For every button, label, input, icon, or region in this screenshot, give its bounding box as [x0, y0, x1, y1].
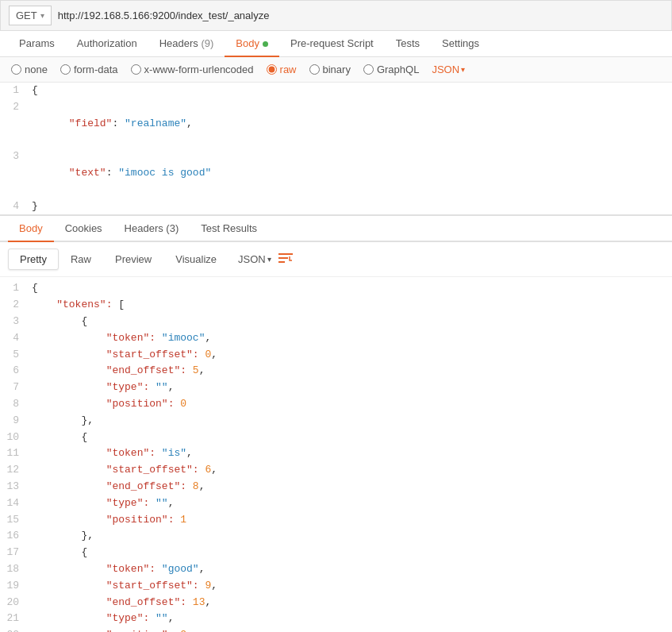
resp-tab-testresults[interactable]: Test Results [190, 216, 268, 242]
resp-tab-body-label: Body [19, 222, 43, 234]
view-tab-raw-label: Raw [71, 253, 91, 265]
resp-line-20: 20 "end_offset": 13, [0, 595, 672, 611]
resp-format-chevron-icon: ▾ [267, 255, 271, 264]
radio-urlencoded[interactable]: x-www-form-urlencoded [131, 64, 254, 75]
tab-authorization[interactable]: Authorization [66, 31, 148, 57]
response-format-select[interactable]: JSON ▾ [238, 253, 271, 265]
svg-rect-0 [278, 253, 293, 255]
resp-line-2: 2 "tokens": [ [0, 297, 672, 314]
radio-raw[interactable]: raw [267, 64, 297, 75]
tab-body[interactable]: Body [225, 31, 279, 57]
tab-params-label: Params [19, 37, 55, 49]
resp-line-15: 15 "position": 1 [0, 512, 672, 529]
wrap-icon[interactable] [278, 252, 294, 268]
resp-line-10: 10 { [0, 430, 672, 446]
body-format-label: JSON [432, 64, 459, 75]
resp-line-14: 14 "type": "", [0, 495, 672, 512]
radio-binary[interactable]: binary [309, 64, 351, 75]
req-line-3: 3 "text": "imooc is good" [0, 148, 672, 198]
resp-line-19: 19 "start_offset": 9, [0, 578, 672, 595]
request-body-editor[interactable]: 1 { 2 "field": "realname", 3 "text": "im… [0, 83, 672, 216]
resp-line-9: 9 }, [0, 413, 672, 430]
view-tab-pretty[interactable]: Pretty [8, 249, 59, 270]
resp-tab-headers-label: Headers (3) [125, 222, 179, 234]
radio-formdata[interactable]: form-data [60, 64, 118, 75]
response-section: Body Cookies Headers (3) Test Results Pr… [0, 216, 672, 632]
tab-tests[interactable]: Tests [385, 31, 431, 57]
resp-tab-testresults-label: Test Results [201, 222, 257, 234]
resp-line-8: 8 "position": 0 [0, 396, 672, 413]
tab-prerequest-label: Pre-request Script [290, 37, 374, 49]
tab-params[interactable]: Params [8, 31, 66, 57]
tab-settings-label: Settings [442, 37, 479, 49]
resp-tab-body[interactable]: Body [8, 216, 54, 242]
view-tab-preview[interactable]: Preview [103, 249, 163, 270]
tab-authorization-label: Authorization [77, 37, 137, 49]
svg-rect-2 [278, 261, 285, 263]
tab-headers[interactable]: Headers (9) [148, 31, 225, 57]
radio-raw-label: raw [280, 64, 297, 75]
url-input[interactable] [58, 10, 663, 21]
resp-line-16: 16 }, [0, 528, 672, 545]
resp-line-17: 17 { [0, 545, 672, 561]
resp-tab-cookies[interactable]: Cookies [54, 216, 113, 242]
tab-tests-label: Tests [396, 37, 420, 49]
body-type-row: none form-data x-www-form-urlencoded raw… [0, 57, 672, 83]
resp-tab-headers[interactable]: Headers (3) [113, 216, 190, 242]
resp-line-3: 3 { [0, 314, 672, 330]
resp-line-5: 5 "start_offset": 0, [0, 347, 672, 364]
resp-line-6: 6 "end_offset": 5, [0, 363, 672, 380]
radio-graphql[interactable]: GraphQL [363, 64, 419, 75]
tab-prerequest[interactable]: Pre-request Script [279, 31, 385, 57]
resp-line-4: 4 "token": "imooc", [0, 330, 672, 347]
resp-line-13: 13 "end_offset": 8, [0, 479, 672, 495]
method-chevron-icon: ▾ [40, 11, 44, 20]
req-line-1: 1 { [0, 83, 672, 99]
radio-binary-label: binary [323, 64, 351, 75]
resp-line-12: 12 "start_offset": 6, [0, 462, 672, 479]
view-tab-raw[interactable]: Raw [59, 249, 103, 270]
radio-none[interactable]: none [11, 64, 48, 75]
view-tab-preview-label: Preview [115, 253, 152, 265]
radio-graphql-label: GraphQL [377, 64, 419, 75]
view-tab-visualize[interactable]: Visualize [163, 249, 228, 270]
resp-tab-cookies-label: Cookies [65, 222, 102, 234]
view-tab-visualize-label: Visualize [175, 253, 217, 265]
svg-rect-1 [278, 257, 288, 259]
view-tabs: Pretty Raw Preview Visualize JSON ▾ [0, 242, 672, 277]
resp-line-18: 18 "token": "good", [0, 561, 672, 578]
url-bar: GET ▾ [0, 0, 672, 31]
method-select[interactable]: GET ▾ [9, 6, 52, 25]
radio-formdata-label: form-data [74, 64, 118, 75]
resp-line-22: 22 "position": 2 [0, 627, 672, 632]
resp-line-21: 21 "type": "", [0, 611, 672, 627]
format-chevron-icon: ▾ [461, 65, 465, 74]
radio-none-label: none [25, 64, 48, 75]
method-label: GET [16, 10, 37, 21]
resp-line-7: 7 "type": "", [0, 380, 672, 396]
tab-settings[interactable]: Settings [431, 31, 490, 57]
view-tab-pretty-label: Pretty [20, 253, 47, 265]
response-format-label: JSON [238, 253, 266, 265]
req-line-4: 4 } [0, 198, 672, 215]
tab-body-label: Body [236, 37, 259, 49]
req-line-2: 2 "field": "realname", [0, 99, 672, 148]
response-body-viewer: 1{2 "tokens": [3 {4 "token": "imooc",5 "… [0, 277, 672, 632]
response-tab-nav: Body Cookies Headers (3) Test Results [0, 216, 672, 242]
tab-headers-label: Headers (9) [159, 37, 214, 49]
radio-urlencoded-label: x-www-form-urlencoded [144, 64, 254, 75]
resp-line-1: 1{ [0, 280, 672, 297]
body-format-select[interactable]: JSON ▾ [432, 64, 465, 75]
resp-line-11: 11 "token": "is", [0, 445, 672, 462]
request-tab-nav: Params Authorization Headers (9) Body Pr… [0, 31, 672, 57]
body-active-dot [263, 41, 268, 47]
